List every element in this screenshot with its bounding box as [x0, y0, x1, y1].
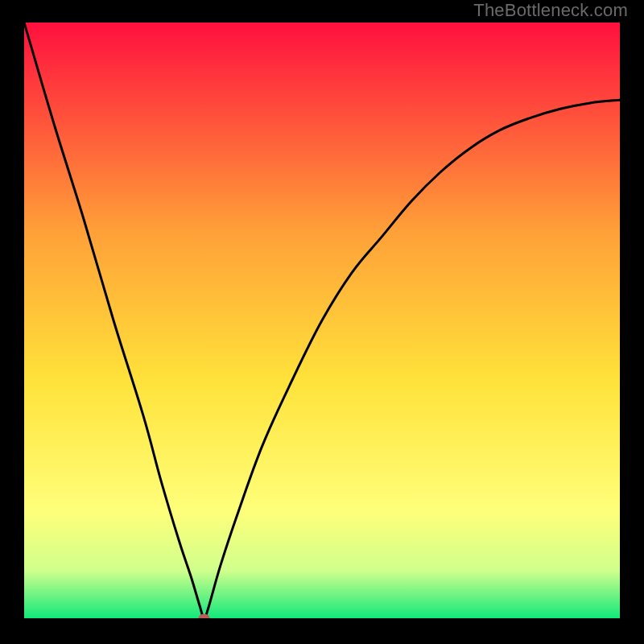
plot-area: [24, 23, 620, 618]
watermark-text: TheBottleneck.com: [473, 0, 628, 21]
chart-frame: TheBottleneck.com: [0, 0, 644, 644]
chart-svg: [24, 23, 620, 618]
